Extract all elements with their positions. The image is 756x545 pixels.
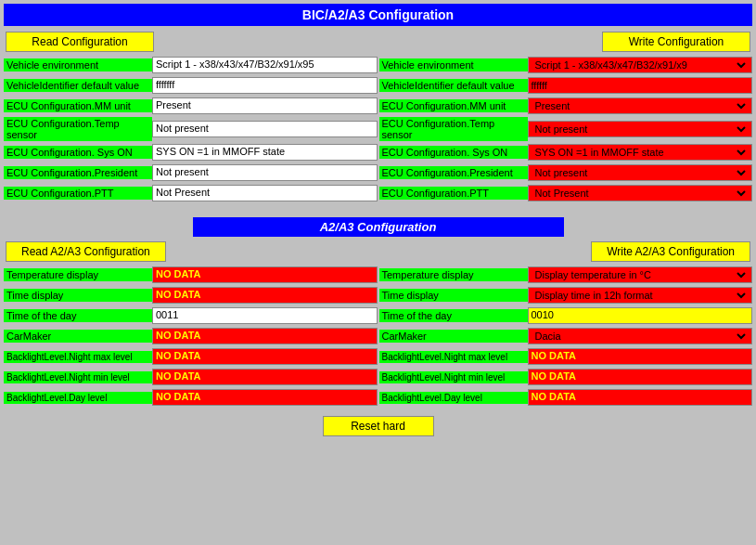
a2a3-read-row-5: BacklightLevel.Night min level NO DATA xyxy=(4,368,378,386)
a2a3-read-label-0: Temperature display xyxy=(4,268,152,281)
bic-button-row: Read Configuration Write Configuration xyxy=(4,32,752,52)
bic-read-label-5: ECU Configuration.President xyxy=(4,166,152,179)
bic-write-row-4: ECU Configuration. Sys ON SYS ON =1 in M… xyxy=(379,143,753,162)
bic-two-col: Vehicle environment Script 1 - x38/x43/x… xyxy=(4,56,752,204)
a2a3-write-label-1: Time display xyxy=(379,289,528,302)
bic-write-dropdown-2[interactable]: Present xyxy=(528,97,753,114)
bic-write-select-5[interactable]: Not present xyxy=(532,166,750,179)
a2a3-read-label-4: BacklightLevel.Night max level xyxy=(4,351,152,363)
bic-write-label-2: ECU Configuration.MM unit xyxy=(379,99,528,112)
bic-write-select-4[interactable]: SYS ON =1 in MMOFF state xyxy=(532,146,750,159)
a2a3-write-label-2: Time of the day xyxy=(379,309,528,322)
bic-write-dropdown-6[interactable]: Not Present xyxy=(528,185,753,201)
bic-write-dropdown-5[interactable]: Not present xyxy=(528,164,753,181)
bic-read-label-1: VehicleIdentifier default value xyxy=(4,79,152,92)
a2a3-read-row-0: Temperature display NO DATA xyxy=(4,266,378,284)
reset-hard-button[interactable]: Reset hard xyxy=(323,416,434,436)
bic-read-row-2: ECU Configuration.MM unit Present xyxy=(4,97,378,115)
bic-write-text-1: ffffff xyxy=(532,80,547,91)
a2a3-read-value-6: NO DATA xyxy=(152,389,378,406)
bic-read-label-4: ECU Configuration. Sys ON xyxy=(4,146,152,159)
a2a3-read-row-4: BacklightLevel.Night max level NO DATA xyxy=(4,347,378,366)
a2a3-read-value-2: 0011 xyxy=(152,307,378,324)
a2a3-write-label-4: BacklightLevel.Night max level xyxy=(379,351,528,363)
a2a3-write-row-6: BacklightLevel.Day level NO DATA xyxy=(379,388,753,407)
a2a3-write-dropdown-1[interactable]: Display time in 12h format xyxy=(528,287,753,304)
bic-read-label-3: ECU Configuration.Temp sensor xyxy=(4,117,152,141)
bic-read-row-0: Vehicle environment Script 1 - x38/x43/x… xyxy=(4,56,378,74)
bic-read-row-1: VehicleIdentifier default value fffffff xyxy=(4,76,378,95)
a2a3-write-select-1[interactable]: Display time in 12h format xyxy=(532,289,750,302)
bic-write-select-6[interactable]: Not Present xyxy=(532,187,750,200)
write-a2a3-button[interactable]: Write A2/A3 Configuration xyxy=(591,241,750,262)
a2a3-write-row-1: Time display Display time in 12h format xyxy=(379,286,753,305)
a2a3-write-dropdown-0[interactable]: Display temperature in °C xyxy=(528,266,753,283)
a2a3-read-value-0: NO DATA xyxy=(152,266,378,283)
bic-write-label-3: ECU Configuration.Temp sensor xyxy=(379,117,528,141)
bic-write-row-2: ECU Configuration.MM unit Present xyxy=(379,97,753,115)
bic-read-value-2: Present xyxy=(152,97,378,114)
reset-row: Reset hard xyxy=(4,416,752,436)
bic-write-select-0[interactable]: Script 1 - x38/x43/x47/B32/x91/x9 xyxy=(532,58,750,71)
bic-read-row-4: ECU Configuration. Sys ON SYS ON =1 in M… xyxy=(4,143,378,162)
a2a3-write-row-4: BacklightLevel.Night max level NO DATA xyxy=(379,347,753,366)
a2a3-write-row-5: BacklightLevel.Night min level NO DATA xyxy=(379,368,753,386)
a2a3-write-label-0: Temperature display xyxy=(379,268,528,281)
bic-write-label-0: Vehicle environment xyxy=(379,58,528,71)
bic-read-value-1: fffffff xyxy=(152,77,378,94)
a2a3-read-value-4: NO DATA xyxy=(152,348,378,365)
a2a3-write-value-2[interactable]: 0010 xyxy=(528,307,753,324)
a2a3-read-value-5: NO DATA xyxy=(152,369,378,385)
bic-write-value-1[interactable]: ffffff xyxy=(528,77,753,94)
a2a3-title: A2/A3 Configuration xyxy=(193,217,564,237)
main-title: BIC/A2/A3 Configuration xyxy=(4,4,752,26)
a2a3-write-value-4: NO DATA xyxy=(528,348,753,365)
a2a3-write-row-2: Time of the day 0010 xyxy=(379,306,753,325)
bic-write-label-1: VehicleIdentifier default value xyxy=(379,79,528,92)
a2a3-button-row: Read A2/A3 Configuration Write A2/A3 Con… xyxy=(4,241,752,262)
bic-write-row-5: ECU Configuration.President Not present xyxy=(379,163,753,182)
a2a3-write-select-0[interactable]: Display temperature in °C xyxy=(532,268,750,281)
bic-read-value-4: SYS ON =1 in MMOFF state xyxy=(152,144,378,161)
a2a3-read-row-1: Time display NO DATA xyxy=(4,286,378,305)
a2a3-write-select-3[interactable]: Dacia xyxy=(532,330,750,343)
bic-read-value-6: Not Present xyxy=(152,185,378,201)
a2a3-read-label-3: CarMaker xyxy=(4,330,152,343)
a2a3-read-label-5: BacklightLevel.Night min level xyxy=(4,371,152,383)
bic-write-label-5: ECU Configuration.President xyxy=(379,166,528,179)
bic-write-row-6: ECU Configuration.PTT Not Present xyxy=(379,184,753,202)
a2a3-read-label-2: Time of the day xyxy=(4,309,152,322)
bic-read-value-5: Not present xyxy=(152,164,378,181)
a2a3-read-label-6: BacklightLevel.Day level xyxy=(4,392,152,404)
bic-read-label-0: Vehicle environment xyxy=(4,58,152,71)
bic-read-col: Vehicle environment Script 1 - x38/x43/x… xyxy=(4,56,378,204)
bic-write-select-2[interactable]: Present xyxy=(532,99,750,112)
bic-write-dropdown-3[interactable]: Not present xyxy=(528,121,753,137)
a2a3-read-row-2: Time of the day 0011 xyxy=(4,306,378,325)
bic-read-value-0: Script 1 - x38/x43/x47/B32/x91/x95 xyxy=(152,57,378,73)
bic-write-col: Vehicle environment Script 1 - x38/x43/x… xyxy=(379,56,753,204)
a2a3-write-value-5: NO DATA xyxy=(528,369,753,385)
write-config-button[interactable]: Write Configuration xyxy=(602,32,750,52)
bic-write-row-0: Vehicle environment Script 1 - x38/x43/x… xyxy=(379,56,753,74)
bic-write-dropdown-4[interactable]: SYS ON =1 in MMOFF state xyxy=(528,144,753,161)
a2a3-write-col: Temperature display Display temperature … xyxy=(379,266,753,409)
bic-write-label-6: ECU Configuration.PTT xyxy=(379,187,528,200)
a2a3-read-row-6: BacklightLevel.Day level NO DATA xyxy=(4,388,378,407)
bic-write-dropdown-0[interactable]: Script 1 - x38/x43/x47/B32/x91/x9 xyxy=(528,57,753,73)
bic-write-row-3: ECU Configuration.Temp sensor Not presen… xyxy=(379,117,753,141)
read-config-button[interactable]: Read Configuration xyxy=(6,32,154,52)
bic-read-row-5: ECU Configuration.President Not present xyxy=(4,163,378,182)
a2a3-write-dropdown-3[interactable]: Dacia xyxy=(528,328,753,344)
a2a3-read-label-1: Time display xyxy=(4,289,152,302)
bic-read-label-2: ECU Configuration.MM unit xyxy=(4,99,152,112)
bic-section: Read Configuration Write Configuration V… xyxy=(4,32,752,204)
bic-write-row-1: VehicleIdentifier default value ffffff xyxy=(379,76,753,95)
a2a3-two-col: Temperature display NO DATA Time display… xyxy=(4,266,752,409)
a2a3-section: Read A2/A3 Configuration Write A2/A3 Con… xyxy=(4,241,752,409)
bic-write-select-3[interactable]: Not present xyxy=(532,123,750,136)
a2a3-write-label-6: BacklightLevel.Day level xyxy=(379,392,528,404)
a2a3-read-value-3: NO DATA xyxy=(152,328,378,344)
a2a3-write-label-5: BacklightLevel.Night min level xyxy=(379,371,528,383)
read-a2a3-button[interactable]: Read A2/A3 Configuration xyxy=(6,241,166,262)
